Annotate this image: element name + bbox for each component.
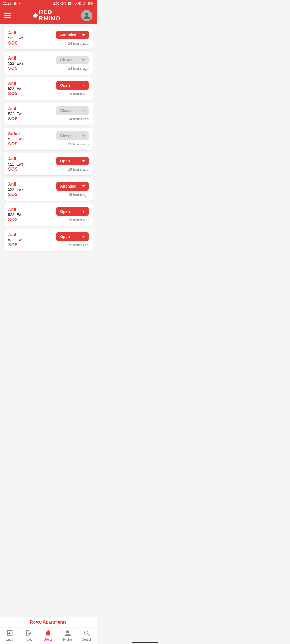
- alert-card: Anil 522, Ews SOS Open 15 hours ago: [4, 203, 93, 226]
- status-button[interactable]: Attended: [56, 182, 89, 191]
- status-button[interactable]: Open: [56, 232, 89, 241]
- alert-card: Anil 522, Ews SOS Closed 14 hours ago: [4, 52, 93, 75]
- card-location: 522, Ews: [8, 238, 24, 242]
- card-time: 15 hours ago: [68, 193, 89, 197]
- card-location: 522, Ews: [8, 61, 24, 65]
- status-button[interactable]: Closed: [56, 106, 89, 115]
- status-button[interactable]: Attended: [56, 31, 89, 39]
- signal-icon: [83, 2, 86, 5]
- card-sos-tag: SOS: [8, 243, 24, 247]
- card-info: Sohel 522, Ews SOS: [8, 131, 24, 147]
- card-info: Anil 522, Ews SOS: [8, 106, 24, 121]
- card-time: 15 hours ago: [68, 243, 89, 247]
- card-name: Anil: [8, 157, 24, 162]
- svg-rect-1: [84, 3, 84, 5]
- card-time: 14 hours ago: [68, 67, 89, 71]
- card-info: Anil 522, Ews SOS: [8, 157, 24, 172]
- card-actions: Closed 15 hours ago: [56, 131, 89, 146]
- status-button[interactable]: Open: [56, 157, 89, 165]
- card-sos-tag: SOS: [8, 142, 24, 147]
- card-location: 522, Ews: [8, 36, 24, 40]
- wifi-icon: [73, 2, 77, 5]
- alerts-list: Anil 522, Ews SOS Attended 14 hours ago …: [0, 24, 97, 281]
- card-info: Anil 522, Ews SOS: [8, 56, 24, 71]
- status-label: Closed: [60, 58, 73, 62]
- status-label: Attended: [60, 184, 77, 188]
- card-location: 522, Ews: [8, 213, 24, 217]
- avatar-icon: [83, 12, 90, 19]
- card-name: Sohel: [8, 131, 24, 136]
- card-sos-tag: SOS: [8, 167, 24, 172]
- chevron-down-icon: [82, 85, 85, 86]
- card-actions: Closed 14 hours ago: [56, 106, 89, 121]
- card-actions: Closed 14 hours ago: [56, 56, 89, 71]
- battery-level: 25%: [88, 2, 93, 5]
- status-button[interactable]: Open: [56, 81, 89, 90]
- status-label: Open: [60, 209, 70, 214]
- card-name: Anil: [8, 182, 24, 187]
- app-header: RED RHINO: [0, 7, 97, 24]
- card-info: Anil 522, Ews SOS: [8, 207, 24, 222]
- card-location: 522, Ews: [8, 86, 24, 91]
- card-sos-tag: SOS: [8, 192, 24, 197]
- alert-card: Anil 522, Ews SOS Open 15 hours ago: [4, 153, 93, 175]
- card-actions: Attended 15 hours ago: [56, 182, 89, 197]
- card-location: 522, Ews: [8, 162, 24, 166]
- card-info: Anil 522, Ews SOS: [8, 232, 24, 247]
- chevron-down-icon: [82, 236, 85, 238]
- hamburger-menu[interactable]: [4, 13, 11, 18]
- chevron-down-icon: [82, 135, 85, 137]
- graduation-icon: [13, 2, 17, 5]
- card-name: Anil: [8, 207, 24, 212]
- card-sos-tag: SOS: [8, 116, 24, 121]
- card-sos-tag: SOS: [8, 41, 24, 46]
- card-time: 14 hours ago: [68, 117, 89, 121]
- card-name: Anil: [8, 56, 24, 61]
- card-name: Anil: [8, 232, 24, 237]
- status-bar: 11:22 2.80 KB/S 25%: [0, 0, 97, 7]
- card-location: 522, Ews: [8, 137, 24, 141]
- chevron-down-icon: [82, 185, 85, 187]
- status-label: Open: [60, 83, 70, 87]
- card-actions: Open 15 hours ago: [56, 157, 89, 171]
- card-time: 15 hours ago: [68, 142, 89, 146]
- card-location: 522, Ews: [8, 112, 24, 116]
- status-button[interactable]: Closed: [56, 56, 89, 64]
- card-info: Anil 522, Ews SOS: [8, 31, 24, 46]
- status-button[interactable]: Open: [56, 207, 89, 216]
- logo-text-red: RED: [39, 9, 61, 15]
- card-sos-tag: SOS: [8, 91, 24, 96]
- card-info: Anil 522, Ews SOS: [8, 182, 24, 197]
- app-logo: RED RHINO: [31, 9, 61, 22]
- card-location: 522, Ews: [8, 187, 24, 192]
- status-button[interactable]: Closed: [56, 131, 89, 140]
- chevron-down-icon: [82, 160, 85, 162]
- alert-card: Sohel 522, Ews SOS Closed 15 hours ago: [4, 128, 93, 150]
- svg-rect-2: [85, 3, 85, 5]
- alert-card: Anil 522, Ews SOS Open 14 hours ago: [4, 77, 93, 100]
- status-label: Closed: [60, 108, 73, 113]
- card-name: Anil: [8, 31, 24, 35]
- card-actions: Open 15 hours ago: [56, 207, 89, 222]
- alarm-icon: [68, 2, 71, 5]
- rhino-logo-icon: [31, 13, 38, 19]
- data-speed: 2.80 KB/S: [53, 2, 67, 5]
- card-sos-tag: SOS: [8, 217, 24, 222]
- card-name: Anil: [8, 81, 24, 86]
- user-avatar[interactable]: [81, 10, 92, 21]
- chevron-down-icon: [82, 34, 85, 36]
- card-info: Anil 522, Ews SOS: [8, 81, 24, 96]
- svg-rect-0: [83, 4, 84, 5]
- alert-card: Anil 522, Ews SOS Attended 15 hours ago: [4, 178, 93, 201]
- status-label: Open: [60, 235, 70, 239]
- card-name: Anil: [8, 106, 24, 111]
- status-label: Open: [60, 159, 70, 163]
- alert-card: Anil 522, Ews SOS Closed 14 hours ago: [4, 103, 93, 125]
- status-time: 11:22: [3, 2, 11, 5]
- chevron-down-icon: [82, 59, 85, 61]
- logo-text-rhino: RHINO: [39, 15, 61, 22]
- dot-icon: [19, 3, 20, 4]
- card-actions: Attended 14 hours ago: [56, 31, 89, 45]
- alert-card: Anil 522, Ews SOS Attended 14 hours ago: [4, 27, 93, 49]
- status-label: Attended: [60, 33, 77, 37]
